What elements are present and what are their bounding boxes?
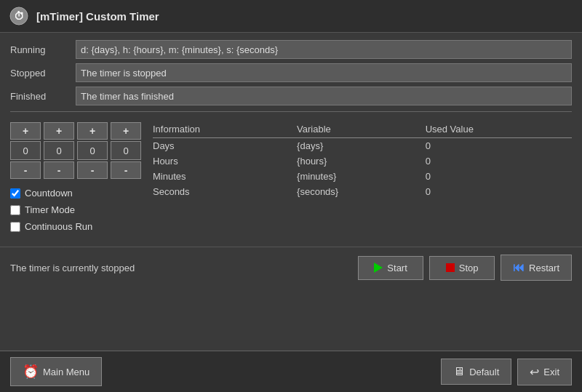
spinner-days-input[interactable] — [10, 141, 41, 160]
finished-input[interactable] — [76, 87, 572, 105]
spinner-minutes: + - — [77, 122, 108, 179]
spinner-hours: + - — [44, 122, 74, 179]
exit-icon: ↩ — [530, 365, 539, 379]
spinner-hours-up[interactable]: + — [44, 122, 74, 140]
table-row: Seconds {seconds} 0 — [153, 184, 572, 199]
controls-section: + - + - + - + — [10, 118, 572, 239]
table-row: Hours {hours} 0 — [153, 153, 572, 169]
countdown-checkbox[interactable] — [10, 188, 20, 199]
status-bar: The timer is currently stopped Start Sto… — [0, 247, 582, 288]
spinner-seconds: + - — [111, 122, 141, 179]
spinner-days: + - — [10, 122, 41, 179]
timer-mode-label: Timer Mode — [25, 204, 75, 215]
countdown-checkbox-row[interactable]: Countdown — [10, 188, 141, 199]
stop-label: Stop — [459, 263, 479, 273]
default-button[interactable]: 🖥 Default — [441, 359, 511, 385]
app-title: [mTimer] Custom Timer — [36, 10, 159, 23]
row-value: 0 — [426, 169, 572, 184]
spinner-minutes-down[interactable]: - — [77, 161, 108, 179]
row-variable: {hours} — [297, 153, 426, 169]
main-content: Running Stopped Finished + - + — [0, 33, 582, 247]
timer-mode-checkbox[interactable] — [10, 205, 20, 215]
running-row: Running — [10, 40, 572, 59]
stopped-row: Stopped — [10, 63, 572, 82]
running-input[interactable] — [76, 40, 572, 59]
bottom-bar: ⏰ Main Menu 🖥 Default ↩ Exit — [0, 351, 582, 392]
table-row: Days {days} 0 — [153, 138, 572, 154]
divider-1 — [10, 111, 572, 112]
spinner-minutes-up[interactable]: + — [77, 122, 108, 140]
stop-button[interactable]: Stop — [429, 256, 495, 280]
spinner-days-up[interactable]: + — [10, 122, 41, 140]
row-info: Minutes — [153, 169, 297, 184]
info-table: Information Variable Used Value Days {da… — [153, 122, 572, 235]
spinner-hours-input[interactable] — [44, 141, 74, 160]
checkboxes-group: Countdown Timer Mode Continuous Run — [10, 185, 141, 235]
spinners-group: + - + - + - + — [10, 122, 141, 179]
timer-mode-checkbox-row[interactable]: Timer Mode — [10, 204, 141, 215]
main-menu-button[interactable]: ⏰ Main Menu — [10, 357, 102, 386]
running-label: Running — [10, 44, 76, 55]
continuous-run-label: Continuous Run — [25, 221, 92, 232]
title-bar: ⏱ [mTimer] Custom Timer — [0, 0, 582, 33]
stopped-label: Stopped — [10, 68, 76, 79]
spinner-hours-down[interactable]: - — [44, 161, 74, 179]
row-variable: {seconds} — [297, 184, 426, 199]
row-variable: {minutes} — [297, 169, 426, 184]
table-row: Minutes {minutes} 0 — [153, 169, 572, 184]
start-label: Start — [387, 263, 407, 273]
main-menu-icon: ⏰ — [23, 364, 39, 380]
countdown-label: Countdown — [25, 188, 73, 199]
spinner-days-down[interactable]: - — [10, 161, 41, 179]
restart-label: Restart — [529, 263, 559, 273]
stop-icon — [446, 263, 455, 272]
play-icon — [374, 263, 383, 273]
svg-text:⏱: ⏱ — [14, 10, 24, 22]
spinner-seconds-input[interactable] — [111, 141, 141, 160]
restart-icon: ⏮ — [513, 261, 525, 274]
col-variable: Variable — [297, 122, 426, 138]
row-value: 0 — [426, 153, 572, 169]
app-icon: ⏱ — [9, 6, 29, 26]
row-info: Seconds — [153, 184, 297, 199]
col-information: Information — [153, 122, 297, 138]
status-text: The timer is currently stopped — [10, 263, 352, 273]
spinner-minutes-input[interactable] — [77, 141, 108, 160]
row-variable: {days} — [297, 138, 426, 154]
default-icon: 🖥 — [453, 365, 465, 378]
spinner-seconds-down[interactable]: - — [111, 161, 141, 179]
col-used-value: Used Value — [426, 122, 572, 138]
main-menu-label: Main Menu — [43, 367, 89, 377]
default-label: Default — [469, 367, 499, 377]
spinner-seconds-up[interactable]: + — [111, 122, 141, 140]
left-section: + - + - + - + — [10, 122, 141, 235]
exit-button[interactable]: ↩ Exit — [517, 359, 572, 385]
continuous-run-checkbox[interactable] — [10, 222, 20, 232]
row-info: Days — [153, 138, 297, 154]
row-value: 0 — [426, 184, 572, 199]
finished-row: Finished — [10, 87, 572, 105]
row-info: Hours — [153, 153, 297, 169]
restart-button[interactable]: ⏮ Restart — [501, 255, 572, 281]
finished-label: Finished — [10, 91, 76, 102]
start-button[interactable]: Start — [358, 256, 423, 280]
row-value: 0 — [426, 138, 572, 154]
continuous-run-checkbox-row[interactable]: Continuous Run — [10, 221, 141, 232]
exit-label: Exit — [543, 367, 559, 377]
stopped-input[interactable] — [76, 63, 572, 82]
